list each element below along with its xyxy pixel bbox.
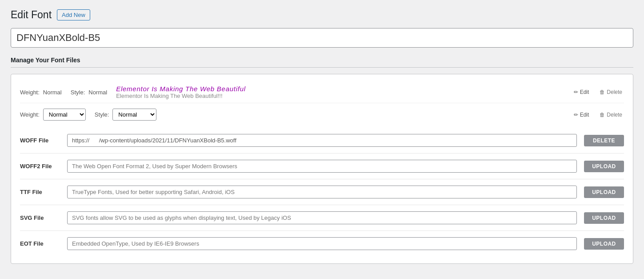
- style-value-1: Normal: [88, 89, 107, 96]
- row-actions-2: ✏ Edit 🗑 Delete: [572, 111, 624, 119]
- file-row-woff: WOFF File DELETE: [20, 128, 624, 154]
- woff2-input[interactable]: [67, 160, 577, 173]
- eot-label: EOT File: [20, 240, 60, 247]
- manage-section-title: Manage Your Font Files: [11, 57, 633, 68]
- font-row-1-header: Weight: Normal Style: Normal Elementor I…: [20, 81, 624, 103]
- font-rows-card: Weight: Normal Style: Normal Elementor I…: [11, 74, 633, 264]
- page-header: Edit Font Add New: [11, 9, 633, 21]
- svg-label: SVG File: [20, 214, 60, 221]
- style-select-2[interactable]: Normal Italic Oblique: [112, 109, 156, 121]
- page-title: Edit Font: [11, 9, 52, 21]
- add-new-button[interactable]: Add New: [57, 9, 90, 20]
- ttf-label: TTF File: [20, 189, 60, 195]
- style-label-1: Style:: [71, 89, 85, 96]
- font-row-2-header: Weight: Normal 100200300 400500600 70080…: [20, 105, 624, 122]
- file-row-ttf: TTF File UPLOAD: [20, 179, 624, 205]
- weight-label-2: Weight:: [20, 111, 40, 118]
- pencil-icon-2: ✏: [574, 112, 578, 118]
- woff2-upload-button[interactable]: UPLOAD: [584, 161, 624, 172]
- style-group-2: Style: Normal Italic Oblique: [95, 109, 157, 121]
- style-label-2: Style:: [95, 111, 109, 118]
- weight-group-1: Weight: Normal: [20, 89, 62, 96]
- woff-delete-button[interactable]: DELETE: [584, 135, 624, 146]
- weight-select-2[interactable]: Normal 100200300 400500600 700800900 Bol…: [43, 109, 86, 121]
- file-row-woff2: WOFF2 File UPLOAD: [20, 154, 624, 179]
- delete-button-2[interactable]: 🗑 Delete: [598, 111, 624, 119]
- ttf-input[interactable]: [67, 186, 577, 198]
- weight-value-1: Normal: [43, 89, 62, 96]
- file-row-eot: EOT File UPLOAD: [20, 231, 624, 256]
- edit-button-1[interactable]: ✏ Edit: [572, 88, 591, 96]
- trash-icon-1: 🗑: [600, 89, 605, 95]
- style-group-1: Style: Normal: [71, 89, 107, 96]
- ttf-upload-button[interactable]: UPLOAD: [584, 186, 624, 198]
- woff2-label: WOFF2 File: [20, 163, 60, 170]
- preview-line2: Elementor Is Making The Web Beautiful!!!: [116, 93, 572, 99]
- svg-upload-button[interactable]: UPLOAD: [584, 212, 624, 224]
- woff-label: WOFF File: [20, 137, 60, 144]
- woff-input[interactable]: [67, 134, 577, 147]
- eot-input[interactable]: [67, 237, 577, 250]
- edit-button-2[interactable]: ✏ Edit: [572, 111, 591, 119]
- file-row-svg: SVG File UPLOAD: [20, 205, 624, 231]
- eot-upload-button[interactable]: UPLOAD: [584, 238, 624, 250]
- delete-button-1[interactable]: 🗑 Delete: [598, 88, 624, 96]
- pencil-icon-1: ✏: [574, 89, 578, 95]
- svg-input[interactable]: [67, 211, 577, 224]
- preview-area-1: Elementor Is Making The Web Beautiful El…: [116, 85, 572, 99]
- row-actions-1: ✏ Edit 🗑 Delete: [572, 88, 624, 96]
- trash-icon-2: 🗑: [600, 112, 605, 118]
- weight-group-2: Weight: Normal 100200300 400500600 70080…: [20, 109, 86, 121]
- page-container: Edit Font Add New Manage Your Font Files…: [0, 0, 644, 279]
- weight-label-1: Weight:: [20, 89, 40, 96]
- font-name-input[interactable]: [11, 28, 633, 48]
- file-rows-container: WOFF File DELETE WOFF2 File UPLOAD TTF F…: [20, 128, 624, 256]
- preview-line1: Elementor Is Making The Web Beautiful: [116, 85, 572, 93]
